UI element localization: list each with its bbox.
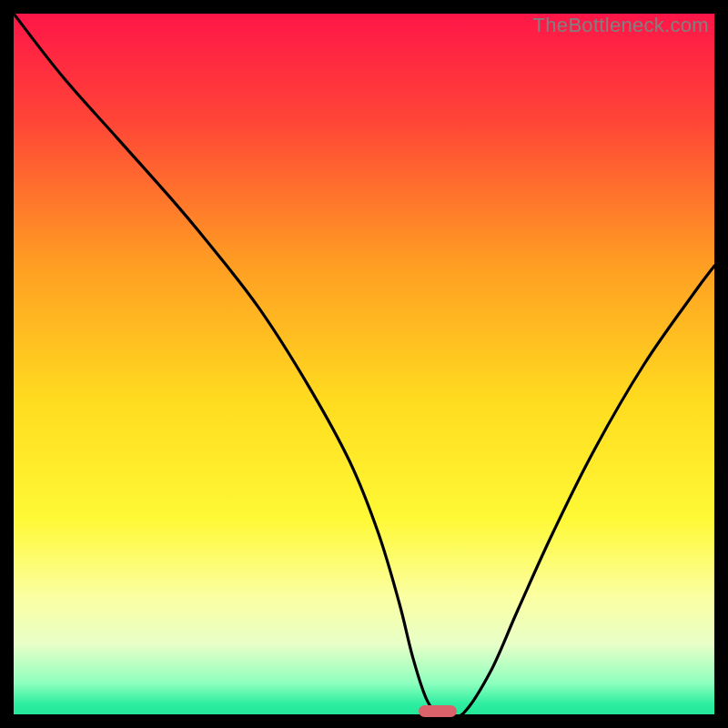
plot-area <box>14 14 714 714</box>
optimal-marker <box>419 705 457 717</box>
plot-svg <box>14 14 714 714</box>
chart-frame: TheBottleneck.com <box>14 14 714 714</box>
gradient-rect <box>14 14 714 714</box>
watermark-text: TheBottleneck.com <box>533 14 709 37</box>
